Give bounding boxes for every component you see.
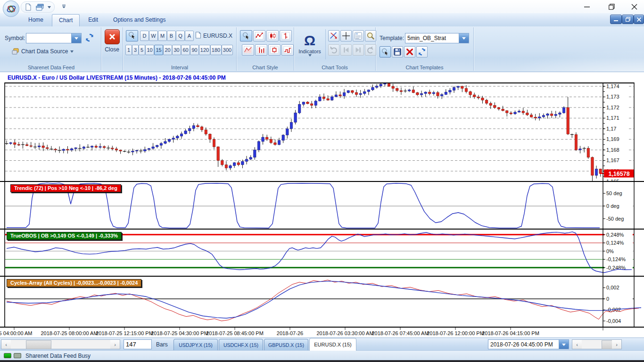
pointer-zoom-icon[interactable] [380, 46, 391, 58]
datetime-dropdown-button[interactable] [559, 340, 569, 349]
group-chart-tools: Ω Indicators Chart Tools [294, 27, 376, 71]
volume-bars-icon[interactable] [255, 44, 267, 56]
interval-button-3[interactable]: 3 [132, 45, 139, 55]
ohlc-bar-icon[interactable] [280, 30, 292, 41]
chart-tab-usdchf[interactable]: USDCHF.X (15) [219, 339, 263, 350]
ribbon-tab-edit[interactable]: Edit [82, 14, 105, 26]
ribbon-tab-chart[interactable]: Chart [52, 14, 80, 26]
window-bottom-edge [0, 360, 644, 362]
trueobos-label[interactable]: TrueOBOS | OB >0,149 OS <-0,149 | -0,333… [7, 232, 122, 240]
pointer-zoom-icon[interactable] [240, 30, 252, 41]
interval-button-20[interactable]: 20 [163, 45, 172, 55]
chevron-down-icon[interactable] [47, 3, 51, 11]
interval-button-5[interactable]: 5 [139, 45, 145, 55]
data-source-icon [12, 48, 19, 55]
period-button-B[interactable]: B [167, 31, 176, 41]
svg-text:-50 deg: -50 deg [606, 216, 624, 222]
delete-x-icon[interactable] [404, 46, 415, 58]
period-button-D[interactable]: D [140, 31, 149, 41]
interval-button-300[interactable]: 300 [222, 45, 233, 55]
app-logo-icon[interactable] [3, 0, 19, 17]
ribbon-tabs: HomeChartEditOptions and Settings [22, 14, 172, 26]
symbol-refresh-icon[interactable] [85, 33, 94, 44]
indicators-button[interactable]: Ω Indicators [296, 28, 323, 61]
symbol-combobox[interactable] [26, 33, 82, 43]
status-bar: Sharenet Data Feed Busy [0, 350, 644, 361]
hollow-candle-icon[interactable] [268, 44, 281, 56]
workspace-restore-button[interactable] [622, 15, 634, 24]
period-button-W[interactable]: W [149, 31, 158, 41]
interval-button-60[interactable]: 60 [181, 45, 190, 55]
interval-button-120[interactable]: 120 [199, 45, 210, 55]
window-close-button[interactable] [626, 2, 642, 11]
refresh-icon[interactable] [416, 46, 428, 58]
workspace-close-button[interactable] [634, 15, 644, 24]
save-icon[interactable] [392, 46, 403, 58]
interval-button-10[interactable]: 10 [145, 45, 154, 55]
interval-button-90[interactable]: 90 [190, 45, 199, 55]
line-markers-icon[interactable] [253, 30, 265, 41]
template-combobox[interactable]: 5min_OB_Strat [405, 33, 469, 43]
group-label: Chart Tools [294, 65, 375, 70]
interval-button-30[interactable]: 30 [172, 45, 181, 55]
bars-label: Bars [156, 341, 168, 348]
chart-tab-usdjpy[interactable]: USDJPY.X (15) [173, 339, 218, 350]
redo-icon [365, 44, 376, 56]
group-label: Chart Style [237, 65, 294, 70]
crosshair-icon[interactable] [340, 30, 352, 41]
group-label: Sharenet Data Feed [1, 65, 101, 70]
ribbon-tab-options-and-settings[interactable]: Options and Settings [107, 14, 172, 26]
scroll-right-icon[interactable]: › [612, 340, 621, 349]
scroll-left-icon[interactable]: ‹ [1, 340, 11, 349]
scroll-left-icon[interactable]: ‹ [572, 340, 582, 349]
cycles-label[interactable]: Cycles-Array (All Cycles) | -0,0023...-0… [7, 279, 141, 287]
interval-button-180[interactable]: 180 [210, 45, 222, 55]
svg-text:-0,004: -0,004 [606, 318, 621, 324]
trendic-label[interactable]: Trendic (72) | Pos >10 Neg <-10 | -86,2 … [10, 184, 121, 192]
period-button-M[interactable]: M [158, 31, 167, 41]
symbol-dropdown-button[interactable] [71, 33, 81, 43]
svg-text:0: 0 [606, 296, 609, 302]
quick-access-toolbar [21, 1, 55, 13]
datetime-combobox[interactable]: 2018-07-26 04:45:00 PM [488, 339, 569, 349]
secondary-scrollbar[interactable]: ‹ › [572, 339, 622, 349]
close-x-icon [109, 33, 116, 40]
x-axis-label: 2018-07-25 08:00:00 AM [41, 330, 98, 336]
trend-lines-icon[interactable] [328, 30, 339, 41]
ribbon-tab-row: HomeChartEditOptions and Settings [0, 13, 644, 26]
svg-text:0,248%: 0,248% [606, 232, 624, 238]
workspace-minimize-button[interactable] [610, 15, 622, 24]
chart-data-source-button[interactable]: Chart Data Source [12, 48, 74, 55]
chart-tab-gbpusd[interactable]: GBPUSD.X (15) [264, 339, 308, 350]
pointer-zoom-icon [128, 31, 136, 41]
zoom-icon[interactable] [365, 30, 376, 41]
chart-page-icon [195, 32, 201, 39]
candles-icon[interactable] [266, 30, 279, 41]
chart-horizontal-scrollbar[interactable]: ‹ › [1, 339, 120, 349]
template-dropdown-button[interactable] [459, 33, 469, 43]
scroll-right-icon[interactable]: › [110, 340, 120, 349]
panel-price[interactable]: 1,1741,1731,1721,1711,171,1691,1681,1671… [0, 82, 644, 182]
data-window-icon[interactable] [353, 30, 364, 41]
ribbon-shine [446, 39, 644, 72]
bars-count-input[interactable] [124, 339, 152, 349]
customize-qat-icon[interactable] [60, 3, 67, 10]
period-button-A[interactable]: A [185, 31, 194, 41]
interval-button-15[interactable]: 15 [154, 45, 163, 55]
period-button-Q[interactable]: Q [176, 31, 185, 41]
mountain-line-icon[interactable] [242, 44, 254, 56]
new-document-icon[interactable] [24, 3, 33, 11]
interval-button-1[interactable]: 1 [125, 45, 132, 55]
scrollbar-thumb[interactable] [26, 340, 51, 349]
close-chart-button[interactable] [105, 29, 120, 44]
duplicate-window-icon[interactable] [35, 3, 44, 11]
window-restore-button[interactable] [603, 2, 619, 11]
active-symbol-label: EURUSD.X [203, 33, 232, 39]
window-minimize-button[interactable] [579, 2, 595, 11]
chart-tab-eurusd[interactable]: EURUSD.X (15) [309, 338, 356, 351]
ribbon-tab-home[interactable]: Home [22, 14, 50, 26]
svg-text:1,17: 1,17 [606, 126, 616, 132]
step-line-icon[interactable] [281, 44, 294, 56]
interval-pointer-button[interactable] [126, 30, 138, 41]
group-interval: EURUSD.X Interval DWMBQA1351015203060901… [123, 27, 237, 71]
